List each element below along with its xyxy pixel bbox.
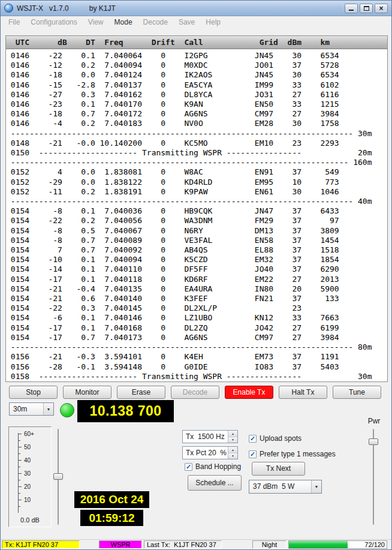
decode-row-data: 0154 -8 0.7 7.040089 0 VE3FAL EN58 37 14… [6,236,387,245]
tx-freq-spinner[interactable]: Tx 1500 Hz ▲ ▼ [182,430,238,443]
decode-row-data: 0156 -28 -0.1 3.594148 0 G0IDE IO83 37 5… [6,362,387,372]
power-select[interactable]: 37 dBm 5 W ▼ [249,480,322,494]
decode-row-data: 0152 -29 0.0 1.838122 0 KD4RLD EM95 10 7… [6,178,387,187]
meter-reading: 0.0 dB [9,516,51,524]
decode-row-data: 0154 -14 0.1 7.040110 0 DF5FF JO40 37 62… [6,265,387,274]
minimize-button[interactable] [345,4,358,13]
rx-gain-slider-handle[interactable] [53,473,63,480]
meter-minor-tick [19,467,20,467]
decode-body[interactable]: 0146 -22 0.1 7.040064 0 I2GPG JN45 30 65… [6,49,387,381]
spin-down-icon[interactable]: ▼ [228,453,237,459]
date-display: 2016 Oct 24 [74,491,149,508]
spin-down-icon[interactable]: ▼ [228,437,237,443]
meter-minor-tick [19,440,20,441]
tx-progress-bar: 72/120 [288,540,387,549]
tx-progress-label: 72/120 [364,541,385,548]
upload-spots-checkbox[interactable]: ✓ Upload spots [249,434,301,443]
pwr-slider-handle[interactable] [369,438,378,445]
spin-up-icon[interactable]: ▲ [228,447,237,453]
decode-row-data: 0148 -21 -0.0 10.140200 0 KC5MO EM10 23 … [6,139,387,148]
meter-tick [19,447,22,447]
checkbox-check-icon[interactable]: ✓ [185,463,192,471]
status-last-tx: Last Tx: K1JT FN20 37 [144,540,222,549]
app-icon [4,4,13,13]
menu-file[interactable]: File [3,17,25,28]
menu-help[interactable]: Help [200,17,226,28]
decode-row-data: 0154 -10 0.1 7.040094 0 K5CZD EM32 37 18… [6,255,387,265]
decode-panel: UTC dB DT Freq Drift Call Grid dBm km 01… [5,35,388,382]
decode-row-data: 0154 -6 0.1 7.040146 0 LZ1UBO KN12 33 76… [6,313,387,323]
close-button[interactable]: × [375,4,388,13]
decode-row-data: 0146 -18 0.0 7.040124 0 IK2AOS JN45 30 6… [6,70,387,80]
prefer-type1-checkbox[interactable]: ✓ Prefer type 1 messages [249,450,336,458]
erase-button[interactable]: Erase [117,386,165,399]
decode-row-data: 0156 -21 -0.3 3.594101 0 K4EH EM73 37 11… [6,352,387,362]
meter-minor-tick [19,506,20,507]
decode-row-data: 0154 -17 0.1 7.040118 0 KD6RF EM22 27 20… [6,275,387,284]
band-hopping-checkbox[interactable]: ✓ Band Hopping [185,462,241,471]
tx-pct-value: Tx Pct 20 % [186,447,227,459]
halt-tx-button[interactable]: Halt Tx [279,386,327,399]
menu-save[interactable]: Save [173,17,200,28]
meter-tick [19,434,22,434]
decode-row-data: 0154 -22 0.3 7.040145 0 DL2XL/P 23 [6,303,387,313]
chevron-down-icon: ▼ [43,403,53,415]
decode-row-data: 0152 4 0.0 1.838081 0 W8AC EN91 37 549 [6,167,387,177]
checkbox-check-icon[interactable]: ✓ [249,435,257,443]
spin-up-icon[interactable]: ▲ [228,431,237,437]
decode-row-separator: ----------------------------------------… [6,158,387,167]
monitor-button[interactable]: Monitor [63,386,111,399]
title-bar[interactable]: WSJT-X v1.7.0 by K1JT × [1,1,391,16]
time-display: 01:59:12 [80,510,143,526]
decode-row-data: 0154 7 0.7 7.040092 0 AB4QS EL88 37 1518 [6,245,387,255]
decode-row-data: 0146 -4 0.2 7.040183 0 NV0O EM28 30 1758 [6,119,387,128]
tx-pct-spinner[interactable]: Tx Pct 20 % ▲ ▼ [182,446,238,459]
decode-button[interactable]: Decode [171,386,219,399]
menu-decode[interactable]: Decode [138,17,173,28]
decode-row-data: 0146 -18 0.7 7.040172 0 AG6NS CM97 27 39… [6,109,387,119]
tx-freq-value: Tx 1500 Hz [186,431,225,443]
meter-tick-label: 40 [24,457,31,464]
status-night-badge: Night [252,540,287,549]
status-bar: Tx: K1JT FN20 37 WSPR Last Tx: K1JT FN20… [1,539,391,549]
decode-row-data: 0154 -17 0.7 7.040173 0 AG6NS CM97 27 39… [6,333,387,342]
decode-row-data: 0154 -8 0.5 7.040067 0 N6RY DM13 37 3809 [6,226,387,236]
decode-row-transmit: 0150 --------------------- Transmitting … [6,148,387,158]
meter-tick [19,486,22,487]
rx-gain-slider[interactable] [53,428,64,526]
stop-button[interactable]: Stop [9,386,58,399]
menu-bar: File Configurations View Mode Decode Sav… [1,16,391,28]
enable-tx-button[interactable]: Enable Tx [225,386,273,399]
schedule-button[interactable]: Schedule ... [188,475,242,491]
power-select-value: 37 dBm 5 W [253,480,294,493]
tx-freq-spin-arrows: ▲ ▼ [228,431,237,443]
meter-tick [19,500,22,500]
meter-tick-label: 50 [24,444,31,450]
decode-row-data: 0146 -27 0.3 7.040162 0 DL8YCA JO31 27 6… [6,90,387,100]
meter-tick [19,473,22,474]
decode-row-data: 0146 -15 -2.8 7.040137 0 EA5CYA IM99 33 … [6,80,387,90]
band-select-value: 30m [13,403,27,415]
status-mode-badge: WSPR [99,540,142,549]
upload-spots-label: Upload spots [260,434,301,443]
meter-tick [19,460,22,461]
pwr-slider[interactable] [369,428,379,526]
rx-status-indicator [60,403,74,417]
decode-header: UTC dB DT Freq Drift Call Grid dBm km [6,36,387,49]
checkbox-check-icon[interactable]: ✓ [249,450,257,458]
decode-row-separator: ----------------------------------------… [6,342,387,352]
tx-progress-fill [289,541,348,548]
band-select[interactable]: 30m ▼ [9,402,54,416]
menu-view[interactable]: View [83,17,109,28]
chevron-down-icon: ▼ [311,480,321,493]
meter-tick-label: 60+ [24,431,34,437]
frequency-display[interactable]: 10.138 700 [77,400,174,422]
tx-next-button[interactable]: Tx Next [252,462,305,476]
meter-minor-tick [19,453,20,454]
minimize-icon [349,10,354,11]
menu-mode[interactable]: Mode [109,17,138,28]
maximize-button[interactable] [360,4,373,13]
tune-button[interactable]: Tune [333,386,381,399]
decode-row-data: 0154 -8 0.1 7.040036 0 HB9CQK JN47 37 64… [6,206,387,216]
menu-configurations[interactable]: Configurations [25,17,82,28]
